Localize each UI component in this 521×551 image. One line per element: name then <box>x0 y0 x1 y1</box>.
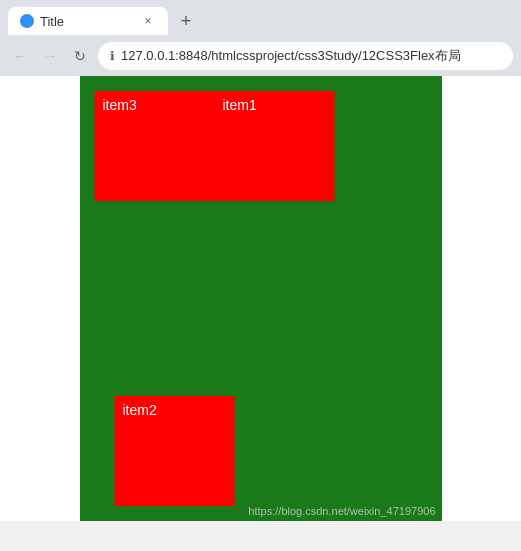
forward-button[interactable]: → <box>38 44 62 68</box>
back-button[interactable]: ← <box>8 44 32 68</box>
refresh-button[interactable]: ↻ <box>68 44 92 68</box>
watermark: https://blog.csdn.net/weixin_47197906 <box>248 505 435 517</box>
new-tab-button[interactable]: + <box>172 7 200 35</box>
address-bar: ← → ↻ ℹ 127.0.0.1:8848/htmlcssproject/cs… <box>0 36 521 76</box>
tab-bar: 🌐 Title × + <box>0 0 521 36</box>
page-content: item3 item1 item2 https://blog.csdn.net/… <box>0 76 521 521</box>
tab-favicon: 🌐 <box>20 14 34 28</box>
item-2: item2 <box>115 396 235 506</box>
item-3: item3 <box>95 91 215 201</box>
item-1: item1 <box>215 91 335 201</box>
lock-icon: ℹ <box>110 49 115 63</box>
flex-container: item3 item1 item2 https://blog.csdn.net/… <box>80 76 442 521</box>
tab-close-button[interactable]: × <box>140 13 156 29</box>
tab-title: Title <box>40 14 134 29</box>
url-text: 127.0.0.1:8848/htmlcssproject/css3Study/… <box>121 47 461 65</box>
active-tab[interactable]: 🌐 Title × <box>8 7 168 35</box>
url-bar[interactable]: ℹ 127.0.0.1:8848/htmlcssproject/css3Stud… <box>98 42 513 70</box>
browser-window: 🌐 Title × + ← → ↻ ℹ 127.0.0.1:8848/htmlc… <box>0 0 521 521</box>
